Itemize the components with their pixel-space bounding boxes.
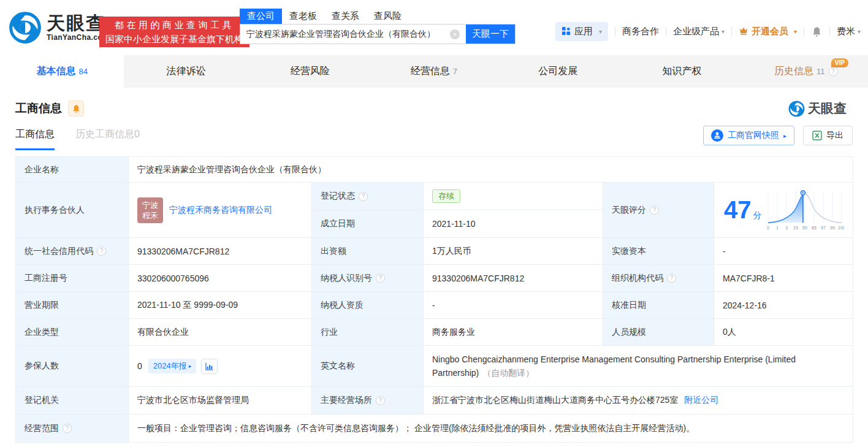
table-row: 统一社会信用代码 ? 91330206MA7CFJR812 出资额 1万人民币 … [16, 238, 853, 265]
tab-label: 历史信息 [774, 65, 813, 78]
search-tab-relation[interactable]: 查关系 [324, 9, 367, 24]
tab-count: 7 [453, 67, 457, 76]
help-icon[interactable]: ? [63, 424, 72, 433]
partner-logo-line2: 程禾 [142, 210, 158, 221]
tab-legal-proceedings[interactable]: 法律诉讼 [124, 55, 248, 88]
apps-menu[interactable]: 应用 ▾ [555, 22, 608, 41]
credit-code-value: 91330206MA7CFJR812 [129, 238, 312, 265]
tab-operating-info[interactable]: 经营信息 7 [372, 55, 496, 88]
tab-history-info[interactable]: VIP 历史信息 11 ? [744, 55, 868, 88]
insured-count-cell: 0 2024年报 ▸ [129, 346, 312, 387]
tab-label: 经营信息 [411, 65, 450, 78]
help-icon[interactable]: ? [829, 67, 838, 76]
tab-intellectual-property[interactable]: 知识产权 [620, 55, 744, 88]
tianyancha-logo[interactable]: 天眼查 TianYanCha.com [9, 11, 109, 44]
taxpayer-id-value: 91330206MA7CFJR812 [424, 265, 603, 292]
industry-label: 行业 [312, 319, 424, 346]
notifications-bell-icon[interactable] [811, 26, 823, 37]
official-snapshot-button[interactable]: 工商官网快照 ▸ [703, 126, 794, 145]
table-row: 成立日期 2021-11-10 [312, 210, 603, 238]
status-badge: 存续 [432, 189, 460, 203]
menu-open-vip[interactable]: 开通会员 ▾ [739, 26, 797, 37]
help-icon[interactable]: ? [376, 396, 385, 405]
svg-text:85: 85 [812, 226, 817, 231]
capital-label: 出资额 [312, 238, 424, 265]
snapshot-label: 工商官网快照 [728, 130, 779, 141]
table-row: 登记状态 ? 存续 [312, 183, 603, 210]
executive-partner-label: 执行事务合伙人 [16, 183, 129, 238]
score-number: 47 分 [724, 196, 762, 224]
tab-label: 法律诉讼 [166, 65, 205, 78]
slogan-line1: 都在用的商业查询工具 [105, 18, 243, 32]
watermark-text: 天眼查 [808, 100, 847, 117]
score-distribution-chart: 0 1 3 15 50 85 97 99 100 [766, 187, 844, 234]
table-row: 经营范围 ? 一般项目：企业管理咨询；信息咨询服务（不含许可类信息咨询服务）； … [16, 415, 853, 443]
table-row: 营业期限 2021-11-10 至 9999-09-09 纳税人资质 - 核准日… [16, 292, 853, 319]
vip-badge: VIP [831, 58, 848, 67]
section-title: 工商信息 [15, 101, 62, 117]
tab-operating-risk[interactable]: 经营风险 [248, 55, 372, 88]
partner-company-link[interactable]: 宁波程禾商务咨询有限公司 [169, 205, 272, 216]
help-icon[interactable]: ? [97, 246, 106, 256]
insured-count-value: 0 [137, 361, 142, 371]
clear-search-icon[interactable]: × [450, 29, 460, 39]
help-icon[interactable]: ? [667, 273, 676, 283]
menu-business-coop[interactable]: 商务合作 [622, 26, 659, 37]
monitor-bell-icon[interactable] [68, 101, 84, 117]
tab-label: 公司发展 [538, 65, 577, 78]
help-icon[interactable]: ? [650, 205, 659, 215]
watermark-logo-icon [788, 101, 805, 117]
table-row: 企业类型 有限合伙企业 行业 商务服务业 人员规模 0人 [16, 319, 853, 346]
company-nav-tabs: 基本信息 84 法律诉讼 经营风险 经营信息 7 公司发展 知识产权 VIP 历… [0, 55, 868, 88]
user-menu[interactable]: 费米 ▾ [837, 26, 861, 37]
menu-enterprise-label: 企业级产品 [673, 26, 719, 37]
search-tab-risk[interactable]: 查风险 [367, 9, 409, 24]
credit-code-label: 统一社会信用代码 ? [16, 238, 129, 265]
svg-text:1: 1 [776, 226, 779, 231]
watermark-logo: 天眼查 [788, 100, 847, 117]
search-tab-boss[interactable]: 查老板 [282, 9, 324, 24]
business-term-label: 营业期限 [16, 292, 129, 319]
subtab-history-business-info[interactable]: 历史工商信息0 [75, 128, 140, 150]
tab-company-development[interactable]: 公司发展 [496, 55, 620, 88]
reg-authority-value: 宁波市北仑区市场监督管理局 [129, 387, 312, 415]
subtab-business-info[interactable]: 工商信息 [15, 128, 55, 150]
search-button[interactable]: 天眼一下 [466, 25, 515, 44]
business-scope-label-text: 经营范围 [25, 423, 59, 434]
annual-report-badge[interactable]: 2024年报 ▸ [148, 359, 196, 373]
company-name-value: 宁波程采旃蒙企业管理咨询合伙企业（有限合伙） [129, 157, 853, 183]
slogan-line2: 国家中小企业发展子基金旗下机构 [105, 32, 243, 46]
help-icon[interactable]: ? [376, 273, 385, 283]
export-label: 导出 [826, 130, 843, 141]
nearby-companies-link[interactable]: 附近公司 [684, 395, 718, 406]
menu-divider [731, 27, 732, 36]
search-input[interactable] [240, 25, 466, 44]
credit-code-label-text: 统一社会信用代码 [25, 246, 93, 257]
top-menu: 应用 ▾ 商务合作 企业级产品 ▾ 开通会员 ▾ 费米 ▾ [555, 22, 861, 41]
tab-label: 基本信息 [36, 65, 75, 78]
svg-text:15: 15 [793, 226, 798, 231]
tianyan-score-cell[interactable]: 47 分 [714, 183, 853, 238]
svg-text:50: 50 [802, 226, 807, 231]
svg-text:99: 99 [830, 226, 835, 231]
search-box: × 天眼一下 [240, 24, 516, 44]
taxpayer-quality-label: 纳税人资质 [312, 292, 424, 319]
search-tab-company[interactable]: 查公司 [240, 9, 282, 24]
section-header: 工商信息 天眼查 [0, 88, 868, 117]
reg-authority-label: 登记机关 [16, 387, 129, 415]
annual-report-label: 2024年报 [153, 361, 187, 372]
svg-text:100: 100 [837, 226, 843, 231]
menu-enterprise-products[interactable]: 企业级产品 ▾ [673, 26, 725, 37]
apps-menu-label: 应用 [574, 26, 593, 37]
menu-divider [804, 27, 804, 36]
help-icon[interactable]: ? [359, 192, 368, 201]
approval-date-value: 2024-12-16 [714, 292, 853, 319]
executive-partner-cell: 宁波 程禾 宁波程禾商务咨询有限公司 [129, 183, 312, 238]
tab-label: 经营风险 [291, 65, 330, 78]
tab-basic-info[interactable]: 基本信息 84 [0, 55, 124, 88]
chevron-down-icon: ▾ [794, 28, 797, 35]
export-button[interactable]: 导出 [803, 126, 853, 145]
business-info-table: 企业名称 宁波程采旃蒙企业管理咨询合伙企业（有限合伙） 执行事务合伙人 宁波 程… [15, 156, 853, 443]
insured-trend-chart-icon[interactable] [201, 359, 218, 374]
business-scope-value: 一般项目：企业管理咨询；信息咨询服务（不含许可类信息咨询服务）； 企业管理(除依… [129, 415, 853, 443]
